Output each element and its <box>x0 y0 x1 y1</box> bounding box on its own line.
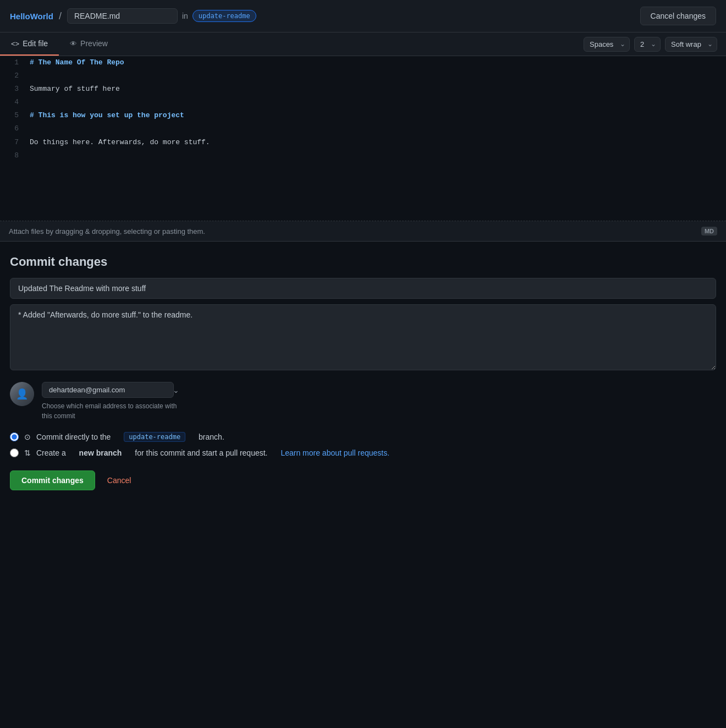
tab-preview-label: Preview <box>80 39 108 48</box>
attach-area: Attach files by dragging & dropping, sel… <box>0 221 726 242</box>
radio-new-branch-suffix: for this commit and start a pull request… <box>135 448 267 457</box>
table-row: 1# The Name Of The Repo <box>0 56 726 69</box>
branch-badge: update-readme <box>193 10 256 22</box>
commit-section-title: Commit changes <box>10 255 716 269</box>
repo-link[interactable]: HelloWorld <box>10 12 53 21</box>
tab-edit-label: Edit file <box>23 39 48 48</box>
radio-new-branch-prefix: Create a <box>36 448 66 457</box>
line-content <box>28 122 726 135</box>
table-row: 5# This is how you set up the project <box>0 109 726 122</box>
editor-toolbar-right: Spaces Tabs 2 4 Soft wrap No wrap <box>584 37 726 52</box>
preview-icon: 👁 <box>70 40 77 48</box>
radio-direct-text: Commit directly to the <box>36 433 111 441</box>
commit-summary-input[interactable] <box>10 278 716 299</box>
line-number: 8 <box>0 149 28 162</box>
line-number: 2 <box>0 69 28 83</box>
radio-direct-branch[interactable]: ⊙ Commit directly to the update-readme b… <box>10 432 716 442</box>
file-name-input[interactable] <box>67 8 178 24</box>
path-separator: / <box>59 10 62 22</box>
email-select-wrapper: dehartdean@gmail.com <box>42 382 185 398</box>
edit-file-icon: <> <box>11 40 19 48</box>
indent-select[interactable]: 2 4 <box>634 37 661 52</box>
line-number: 4 <box>0 96 28 109</box>
table-row: 2 <box>0 69 726 83</box>
soft-wrap-select[interactable]: Soft wrap No wrap <box>665 37 717 52</box>
table-row: 7Do things here. Afterwards, do more stu… <box>0 136 726 149</box>
spaces-select[interactable]: Spaces Tabs <box>584 37 630 52</box>
indent-select-wrapper: 2 4 <box>634 37 661 52</box>
radio-new-branch[interactable]: ⇅ Create a new branch for this commit an… <box>10 448 716 457</box>
radio-direct-input[interactable] <box>10 433 19 441</box>
commit-button[interactable]: Commit changes <box>10 470 95 490</box>
line-number: 5 <box>0 109 28 122</box>
author-details: dehartdean@gmail.com Choose which email … <box>42 382 185 421</box>
cancel-changes-button[interactable]: Cancel changes <box>640 7 716 25</box>
attach-hint: Attach files by dragging & dropping, sel… <box>9 227 205 236</box>
line-content <box>28 69 726 83</box>
radio-options: ⊙ Commit directly to the update-readme b… <box>10 432 716 457</box>
email-hint: Choose which email address to associate … <box>42 401 185 421</box>
cancel-button[interactable]: Cancel <box>101 471 138 490</box>
line-number: 6 <box>0 122 28 135</box>
line-content: Summary of stuff here <box>28 83 726 96</box>
table-row: 6 <box>0 122 726 135</box>
commit-section: Commit changes 👤 dehartdean@gmail.com Ch… <box>0 242 726 500</box>
table-row: 8 <box>0 149 726 162</box>
author-row: 👤 dehartdean@gmail.com Choose which emai… <box>10 382 716 421</box>
editor-tabs: <> Edit file 👁 Preview Spaces Tabs 2 4 S… <box>0 32 726 56</box>
line-number: 3 <box>0 83 28 96</box>
tab-edit-file[interactable]: <> Edit file <box>0 32 59 56</box>
email-select[interactable]: dehartdean@gmail.com <box>42 382 174 398</box>
learn-more-link[interactable]: Learn more about pull requests. <box>280 448 389 457</box>
soft-wrap-select-wrapper: Soft wrap No wrap <box>665 37 717 52</box>
avatar: 👤 <box>10 382 34 406</box>
md-badge: MD <box>701 227 717 236</box>
spaces-select-wrapper: Spaces Tabs <box>584 37 630 52</box>
table-row: 3Summary of stuff here <box>0 83 726 96</box>
radio-direct-suffix: branch. <box>199 433 224 441</box>
line-content: # The Name Of The Repo <box>28 56 726 69</box>
pr-icon: ⇅ <box>24 448 31 457</box>
table-row: 4 <box>0 96 726 109</box>
radio-new-branch-input[interactable] <box>10 448 19 457</box>
code-editor[interactable]: 1# The Name Of The Repo23Summary of stuf… <box>0 56 726 221</box>
line-number: 1 <box>0 56 28 69</box>
line-content: # This is how you set up the project <box>28 109 726 122</box>
top-bar: HelloWorld / in update-readme Cancel cha… <box>0 0 726 32</box>
radio-direct-branch-badge: update-readme <box>124 432 185 442</box>
commit-description-textarea[interactable] <box>10 304 716 370</box>
action-buttons: Commit changes Cancel <box>10 470 716 490</box>
line-number: 7 <box>0 136 28 149</box>
radio-new-branch-bold: new branch <box>79 448 122 457</box>
avatar-image: 👤 <box>10 382 34 406</box>
line-content <box>28 96 726 109</box>
tab-preview[interactable]: 👁 Preview <box>59 32 119 56</box>
code-table: 1# The Name Of The Repo23Summary of stuf… <box>0 56 726 162</box>
in-label: in <box>182 12 188 20</box>
commit-icon: ⊙ <box>24 433 31 441</box>
line-content: Do things here. Afterwards, do more stuf… <box>28 136 726 149</box>
line-content <box>28 149 726 162</box>
